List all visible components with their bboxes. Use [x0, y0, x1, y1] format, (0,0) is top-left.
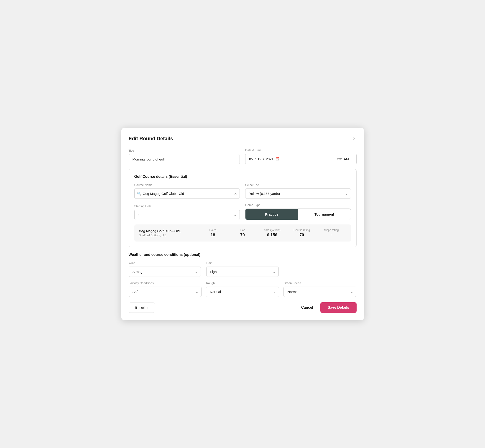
edit-round-modal: Edit Round Details × Title Date & Time 0…	[121, 128, 364, 320]
par-label: Par	[241, 229, 245, 232]
par-value: 70	[240, 233, 245, 237]
course-info-bar: Gog Magog Golf Club - Old, Shelford Bott…	[134, 224, 351, 241]
course-info-name-block: Gog Magog Golf Club - Old, Shelford Bott…	[139, 229, 198, 237]
course-name-wrap: 🔍 ✕	[134, 189, 240, 199]
rough-dropdown[interactable]: Normal	[206, 287, 279, 297]
date-sep2: /	[263, 157, 264, 161]
wind-wrap: Strong ⌄	[129, 267, 201, 277]
fairway-group: Fairway Conditions Soft ⌄	[129, 281, 202, 297]
datetime-group: Date & Time 05 / 12 / 2021 📅 7:31 AM	[245, 148, 356, 164]
weather-title: Weather and course conditions (optional)	[129, 253, 356, 257]
select-tee-group: Select Tee Yellow (6,156 yards) ⌄	[245, 183, 351, 199]
search-icon: 🔍	[137, 192, 141, 196]
holes-label: Holes	[210, 229, 217, 232]
date-time-container: 05 / 12 / 2021 📅 7:31 AM	[245, 154, 356, 164]
modal-header: Edit Round Details ×	[129, 135, 356, 142]
rain-wrap: Light ⌄	[206, 267, 279, 277]
title-label: Title	[129, 149, 240, 152]
green-speed-label: Green Speed	[283, 281, 356, 285]
fairway-dropdown[interactable]: Soft	[129, 287, 202, 297]
holes-stat: Holes 18	[198, 229, 228, 237]
rain-dropdown[interactable]: Light	[206, 267, 279, 277]
select-tee-label: Select Tee	[245, 183, 351, 187]
hole-gametype-row: Starting Hole 1 ⌄ Game Type Practice Tou…	[134, 203, 351, 220]
green-speed-dropdown[interactable]: Normal	[283, 287, 356, 297]
clear-icon[interactable]: ✕	[234, 192, 237, 196]
starting-hole-dropdown[interactable]: 1	[134, 210, 240, 220]
title-input[interactable]	[129, 154, 240, 164]
course-name-group: Course Name 🔍 ✕	[134, 183, 240, 199]
course-rating-value: 70	[299, 233, 304, 237]
date-year: 2021	[266, 157, 274, 161]
date-part[interactable]: 05 / 12 / 2021 📅	[245, 154, 329, 164]
save-button[interactable]: Save Details	[320, 302, 356, 313]
modal-title: Edit Round Details	[129, 136, 173, 142]
date-month: 05	[249, 157, 253, 161]
par-stat: Par 70	[228, 229, 257, 237]
slope-rating-stat: Slope rating -	[316, 229, 346, 237]
slope-rating-value: -	[331, 233, 332, 237]
trash-icon: 🗑	[134, 306, 138, 310]
wind-dropdown[interactable]: Strong	[129, 267, 201, 277]
game-type-group: Game Type Practice Tournament	[245, 203, 351, 220]
starting-hole-group: Starting Hole 1 ⌄	[134, 204, 240, 220]
practice-button[interactable]: Practice	[245, 209, 298, 220]
datetime-label: Date & Time	[245, 148, 356, 152]
starting-hole-label: Starting Hole	[134, 204, 240, 208]
course-rating-stat: Course rating 70	[287, 229, 316, 237]
footer-row: 🗑 Delete Cancel Save Details	[129, 302, 356, 313]
course-info-location: Shelford Bottom, UK	[139, 233, 198, 237]
weather-section: Weather and course conditions (optional)…	[129, 253, 356, 297]
tournament-button[interactable]: Tournament	[298, 209, 351, 220]
wind-group: Wind Strong ⌄	[129, 261, 201, 277]
calendar-icon: 📅	[275, 157, 280, 161]
yards-value: 6,156	[267, 233, 277, 237]
select-tee-dropdown[interactable]: Yellow (6,156 yards)	[245, 189, 351, 199]
holes-value: 18	[211, 233, 215, 237]
footer-right: Cancel Save Details	[299, 302, 356, 313]
starting-hole-wrap: 1 ⌄	[134, 210, 240, 220]
course-name-label: Course Name	[134, 183, 240, 187]
date-day: 12	[258, 157, 261, 161]
rough-wrap: Normal ⌄	[206, 287, 279, 297]
select-tee-wrap: Yellow (6,156 yards) ⌄	[245, 189, 351, 199]
course-name-input[interactable]	[134, 189, 240, 199]
course-rating-label: Course rating	[293, 229, 310, 232]
course-info-name: Gog Magog Golf Club - Old,	[139, 229, 198, 233]
date-sep1: /	[255, 157, 256, 161]
wind-label: Wind	[129, 261, 201, 265]
fairway-label: Fairway Conditions	[129, 281, 202, 285]
fairway-rough-green-row: Fairway Conditions Soft ⌄ Rough Normal ⌄	[129, 281, 356, 297]
rough-group: Rough Normal ⌄	[206, 281, 279, 297]
green-speed-group: Green Speed Normal ⌄	[283, 281, 356, 297]
yards-stat: Yards(Yellow) 6,156	[257, 229, 287, 237]
green-speed-wrap: Normal ⌄	[283, 287, 356, 297]
rain-group: Rain Light ⌄	[206, 261, 279, 277]
title-group: Title	[129, 149, 240, 164]
cancel-button[interactable]: Cancel	[299, 303, 315, 312]
time-part[interactable]: 7:31 AM	[329, 154, 356, 164]
time-value: 7:31 AM	[336, 157, 349, 161]
golf-course-section: Golf Course details (Essential) Course N…	[129, 169, 356, 247]
delete-label: Delete	[140, 306, 149, 310]
rain-label: Rain	[206, 261, 279, 265]
golf-course-title: Golf Course details (Essential)	[134, 175, 351, 179]
game-type-toggle: Practice Tournament	[245, 208, 351, 220]
delete-button[interactable]: 🗑 Delete	[129, 303, 155, 313]
fairway-wrap: Soft ⌄	[129, 287, 202, 297]
game-type-label: Game Type	[245, 203, 351, 207]
yards-label: Yards(Yellow)	[264, 229, 281, 232]
close-button[interactable]: ×	[352, 135, 356, 142]
course-tee-row: Course Name 🔍 ✕ Select Tee Yellow (6,156…	[134, 183, 351, 199]
rough-label: Rough	[206, 281, 279, 285]
wind-rain-row: Wind Strong ⌄ Rain Light ⌄	[129, 261, 356, 277]
slope-rating-label: Slope rating	[324, 229, 339, 232]
title-datetime-row: Title Date & Time 05 / 12 / 2021 📅 7:31 …	[129, 148, 356, 164]
